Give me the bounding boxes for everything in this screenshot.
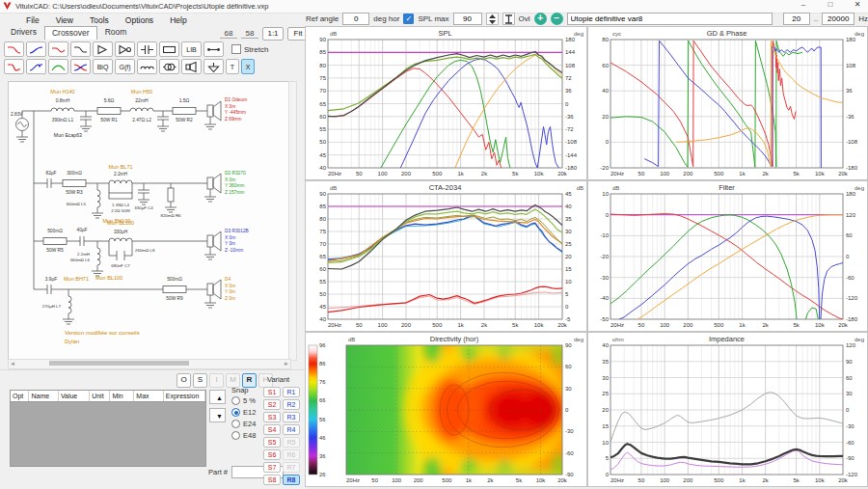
scrollbar-thumb[interactable] bbox=[49, 361, 189, 366]
menu-tools[interactable]: Tools bbox=[90, 15, 109, 25]
maximize-button[interactable]: □ bbox=[824, 0, 837, 9]
result-r6-button[interactable]: R6 bbox=[283, 449, 300, 460]
result-r3-button[interactable]: R3 bbox=[283, 412, 300, 422]
svg-text:Z 0m: Z 0m bbox=[225, 296, 235, 301]
overlay-remove-button[interactable]: − bbox=[551, 13, 563, 25]
svg-text:60: 60 bbox=[602, 63, 609, 68]
ref-angle-input[interactable] bbox=[342, 13, 369, 25]
chart-directivity: Directivity (hor)dBdeg9060300-30-60-9020… bbox=[305, 332, 587, 487]
delete-tool-button[interactable]: X bbox=[241, 59, 255, 74]
svg-text:dB: dB bbox=[330, 185, 337, 191]
inductor-icon[interactable] bbox=[137, 59, 157, 74]
node-icon[interactable] bbox=[203, 41, 224, 57]
svg-text:20Hz: 20Hz bbox=[346, 477, 360, 483]
ground-icon[interactable] bbox=[203, 59, 224, 74]
optimizer-table[interactable]: OptNameValueUnitMinMaxExpression bbox=[10, 390, 206, 467]
svg-text:5: 5 bbox=[606, 455, 610, 461]
result-r2-button[interactable]: R2 bbox=[283, 399, 300, 410]
result-r7-button[interactable]: R7 bbox=[283, 462, 300, 473]
schema-s3-button[interactable]: S3 bbox=[263, 412, 281, 422]
svg-text:-36: -36 bbox=[846, 114, 854, 120]
freq-min-input[interactable] bbox=[783, 13, 810, 25]
peak-red-icon[interactable] bbox=[48, 41, 68, 57]
menu-view[interactable]: View bbox=[56, 15, 73, 25]
vertical-scrollbar[interactable] bbox=[288, 81, 297, 361]
mode-i-button[interactable]: I bbox=[209, 373, 224, 388]
schema-s8-button[interactable]: S8 bbox=[263, 475, 281, 485]
lowpass2-red-icon[interactable] bbox=[4, 59, 24, 74]
tab-crossover[interactable]: Crossover bbox=[44, 26, 97, 40]
bandpass-green-icon[interactable] bbox=[48, 59, 68, 74]
stretch-checkbox[interactable] bbox=[231, 44, 241, 54]
crossover-icon[interactable] bbox=[70, 59, 91, 74]
svg-text:10: 10 bbox=[565, 279, 572, 285]
svg-text:500: 500 bbox=[442, 477, 452, 483]
schema-s2-button[interactable]: S2 bbox=[263, 399, 281, 410]
result-r5-button[interactable]: R5 bbox=[283, 437, 300, 448]
svg-text:10k: 10k bbox=[815, 477, 826, 483]
scroll-right-icon[interactable]: ► bbox=[284, 360, 289, 367]
spin-updown-button[interactable] bbox=[486, 13, 499, 25]
biquad-button[interactable]: BiQ bbox=[93, 59, 113, 74]
menu-help[interactable]: Help bbox=[170, 15, 186, 25]
buffer-icon[interactable] bbox=[93, 41, 113, 57]
schema-s6-button[interactable]: S6 bbox=[263, 449, 281, 460]
allpass-blue-icon[interactable] bbox=[26, 59, 46, 74]
svg-text:270µH L7: 270µH L7 bbox=[42, 304, 62, 309]
svg-text:-60: -60 bbox=[565, 450, 574, 456]
svg-text:50: 50 bbox=[638, 322, 645, 328]
schema-s5-button[interactable]: S5 bbox=[263, 437, 281, 448]
svg-text:2.2mH: 2.2mH bbox=[114, 172, 128, 177]
variant-name-input[interactable] bbox=[567, 13, 773, 25]
mode-s-button[interactable]: S bbox=[193, 373, 207, 388]
svg-text:50W R5: 50W R5 bbox=[46, 248, 64, 253]
spl-max-checkbox[interactable]: ✓ bbox=[403, 14, 414, 24]
menu-file[interactable]: File bbox=[26, 15, 40, 25]
scroll-left-icon[interactable]: ◄ bbox=[10, 360, 15, 367]
overlay-add-button[interactable]: + bbox=[534, 13, 547, 25]
tab-drivers[interactable]: Drivers bbox=[3, 25, 44, 40]
speaker-icon[interactable] bbox=[181, 59, 202, 74]
zoom-one-to-one-button[interactable]: 1:1 bbox=[262, 27, 284, 41]
lib-button[interactable]: LIB bbox=[181, 41, 202, 57]
resistor-icon[interactable] bbox=[159, 41, 179, 57]
chart-filter: FilterdBdeg100-10-20-30-40-50180120600-6… bbox=[587, 180, 868, 332]
transformer-icon[interactable] bbox=[159, 59, 179, 74]
highpass-blue-icon[interactable] bbox=[26, 41, 46, 57]
close-button[interactable]: ✕ bbox=[851, 0, 864, 9]
schema-s1-button[interactable]: S1 bbox=[263, 387, 281, 397]
minimize-button[interactable]: – bbox=[797, 0, 810, 9]
gain-function-button[interactable]: G(f) bbox=[115, 59, 135, 74]
capacitor-icon[interactable] bbox=[137, 41, 157, 57]
result-r8-button[interactable]: R8 bbox=[283, 475, 300, 485]
menu-options[interactable]: Options bbox=[125, 15, 153, 25]
result-r1-button[interactable]: R1 bbox=[283, 387, 300, 397]
row-up-button[interactable]: ▲ bbox=[209, 390, 226, 404]
horizontal-scrollbar[interactable]: ◄ ► bbox=[8, 359, 291, 369]
row-down-button[interactable]: ▼ bbox=[209, 408, 226, 422]
svg-text:36: 36 bbox=[846, 88, 853, 94]
lowpass-red-icon[interactable] bbox=[4, 41, 24, 57]
result-r4-button[interactable]: R4 bbox=[283, 424, 300, 435]
schema-s7-button[interactable]: S7 bbox=[263, 462, 281, 473]
gain-block-icon[interactable] bbox=[115, 41, 135, 57]
column-unit: Unit bbox=[90, 391, 110, 401]
cap-C6 bbox=[80, 236, 84, 246]
schema-s4-button[interactable]: S4 bbox=[263, 424, 281, 435]
mode-o-button[interactable]: O bbox=[176, 373, 191, 388]
size-label: 68 bbox=[220, 29, 237, 39]
shelf-black-icon[interactable] bbox=[70, 41, 91, 57]
schematic-canvas[interactable]: Mun H1400.8mH390mΩ L12.83VMun Ecap635.6Ω… bbox=[8, 81, 291, 361]
fit-vertical-button[interactable] bbox=[502, 13, 515, 25]
freq-max-input[interactable] bbox=[822, 13, 854, 25]
svg-text:5k: 5k bbox=[793, 322, 800, 328]
svg-text:56: 56 bbox=[319, 417, 325, 422]
svg-text:-180: -180 bbox=[846, 165, 858, 171]
svg-text:0: 0 bbox=[606, 139, 610, 145]
svg-text:30: 30 bbox=[846, 391, 853, 396]
svg-text:20k: 20k bbox=[557, 322, 568, 328]
spl-max-input[interactable] bbox=[453, 13, 482, 25]
tab-room[interactable]: Room bbox=[97, 25, 135, 40]
text-tool-button[interactable]: T bbox=[226, 59, 239, 74]
svg-text:0: 0 bbox=[846, 407, 850, 413]
